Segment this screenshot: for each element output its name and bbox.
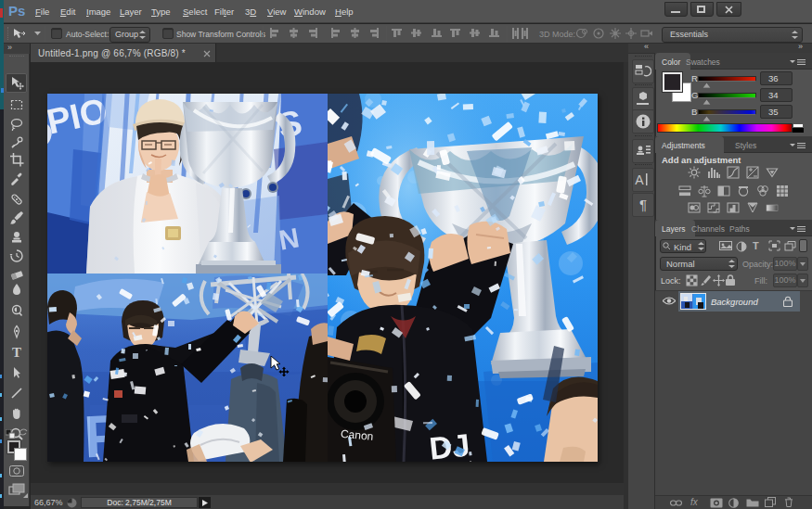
svg-text:A: A: [635, 172, 644, 187]
svg-text:T: T: [12, 345, 21, 360]
svg-text:¶: ¶: [639, 197, 647, 212]
